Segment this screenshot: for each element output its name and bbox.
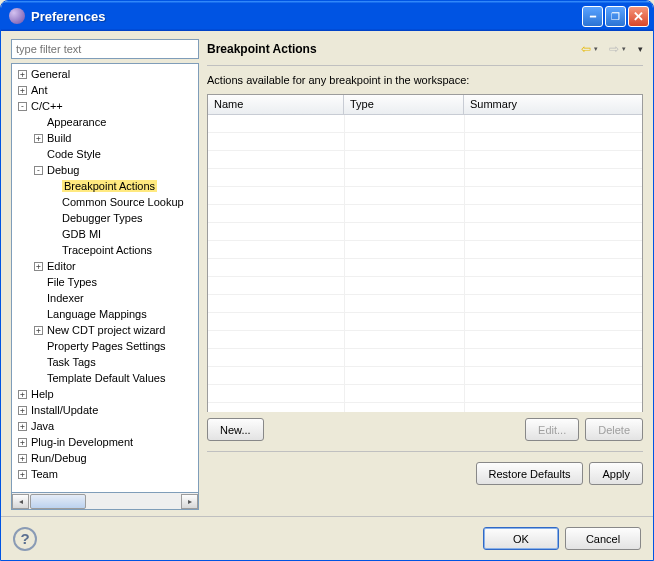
expand-icon[interactable]: +	[34, 326, 43, 335]
maximize-button[interactable]: ❐	[605, 6, 626, 27]
actions-table[interactable]: Name Type Summary	[207, 94, 643, 412]
tree-item[interactable]: Property Pages Settings	[12, 338, 198, 354]
page-description: Actions available for any breakpoint in …	[207, 74, 643, 86]
tree-item[interactable]: Appearance	[12, 114, 198, 130]
tree-item-label: New CDT project wizard	[47, 324, 165, 336]
expand-icon[interactable]: +	[18, 454, 27, 463]
tree-item[interactable]: GDB MI	[12, 226, 198, 242]
tree-item[interactable]: +Team	[12, 466, 198, 482]
tree-item[interactable]: Code Style	[12, 146, 198, 162]
expand-icon[interactable]: +	[18, 86, 27, 95]
tree-item-label: Ant	[31, 84, 48, 96]
new-button[interactable]: New...	[207, 418, 264, 441]
expand-icon[interactable]: +	[34, 134, 43, 143]
tree-item-label: Common Source Lookup	[62, 196, 184, 208]
back-icon[interactable]: ⇦	[578, 41, 594, 57]
tree-item-label: Appearance	[47, 116, 106, 128]
tree-item-label: Java	[31, 420, 54, 432]
preferences-tree[interactable]: +General+Ant-C/C++Appearance+BuildCode S…	[11, 63, 199, 493]
page-title: Breakpoint Actions	[207, 42, 578, 56]
tree-item-label: General	[31, 68, 70, 80]
forward-dropdown[interactable]: ▾	[622, 45, 630, 53]
tree-item[interactable]: +Install/Update	[12, 402, 198, 418]
tree-item[interactable]: Task Tags	[12, 354, 198, 370]
view-menu-icon[interactable]: ▾	[634, 44, 643, 54]
tree-item[interactable]: +Plug-in Development	[12, 434, 198, 450]
expand-icon[interactable]: +	[18, 390, 27, 399]
tree-item[interactable]: +Run/Debug	[12, 450, 198, 466]
horizontal-scrollbar[interactable]: ◂ ▸	[11, 493, 199, 510]
app-icon	[9, 8, 25, 24]
expand-icon[interactable]: +	[18, 406, 27, 415]
tree-item[interactable]: Tracepoint Actions	[12, 242, 198, 258]
apply-button[interactable]: Apply	[589, 462, 643, 485]
column-header-type[interactable]: Type	[344, 95, 464, 114]
tree-item[interactable]: +Build	[12, 130, 198, 146]
tree-item[interactable]: File Types	[12, 274, 198, 290]
back-dropdown[interactable]: ▾	[594, 45, 602, 53]
close-button[interactable]: ✕	[628, 6, 649, 27]
tree-item[interactable]: Template Default Values	[12, 370, 198, 386]
tree-item-label: Help	[31, 388, 54, 400]
column-header-summary[interactable]: Summary	[464, 95, 642, 114]
tree-item[interactable]: Breakpoint Actions	[12, 178, 198, 194]
tree-item[interactable]: Debugger Types	[12, 210, 198, 226]
tree-item-label: Task Tags	[47, 356, 96, 368]
tree-item-label: Run/Debug	[31, 452, 87, 464]
tree-item[interactable]: +Help	[12, 386, 198, 402]
tree-item[interactable]: +Ant	[12, 82, 198, 98]
minimize-button[interactable]: ━	[582, 6, 603, 27]
ok-button[interactable]: OK	[483, 527, 559, 550]
delete-button: Delete	[585, 418, 643, 441]
tree-item[interactable]: -Debug	[12, 162, 198, 178]
help-icon[interactable]: ?	[13, 527, 37, 551]
preferences-page: Breakpoint Actions ⇦ ▾ ⇨ ▾ ▾ Actions ava…	[207, 39, 643, 510]
expand-icon[interactable]: +	[18, 422, 27, 431]
forward-icon: ⇨	[606, 41, 622, 57]
tree-item[interactable]: +New CDT project wizard	[12, 322, 198, 338]
tree-item-label: GDB MI	[62, 228, 101, 240]
expand-icon[interactable]: +	[18, 470, 27, 479]
tree-item-label: Debugger Types	[62, 212, 143, 224]
tree-item-label: Team	[31, 468, 58, 480]
scroll-right-button[interactable]: ▸	[181, 494, 198, 509]
scroll-left-button[interactable]: ◂	[12, 494, 29, 509]
navigation-pane: +General+Ant-C/C++Appearance+BuildCode S…	[11, 39, 199, 510]
tree-item-label: Code Style	[47, 148, 101, 160]
preferences-window: Preferences ━ ❐ ✕ +General+Ant-C/C++Appe…	[0, 0, 654, 561]
tree-item-label: Build	[47, 132, 71, 144]
scroll-thumb[interactable]	[30, 494, 86, 509]
tree-item-label: Language Mappings	[47, 308, 147, 320]
table-body[interactable]	[208, 115, 642, 412]
column-header-name[interactable]: Name	[208, 95, 344, 114]
edit-button: Edit...	[525, 418, 579, 441]
tree-item-label: Tracepoint Actions	[62, 244, 152, 256]
filter-input[interactable]	[11, 39, 199, 59]
tree-item-label: Editor	[47, 260, 76, 272]
tree-item-label: C/C++	[31, 100, 63, 112]
tree-item[interactable]: +General	[12, 66, 198, 82]
tree-item-label: Property Pages Settings	[47, 340, 166, 352]
collapse-icon[interactable]: -	[18, 102, 27, 111]
tree-item[interactable]: Indexer	[12, 290, 198, 306]
cancel-button[interactable]: Cancel	[565, 527, 641, 550]
tree-item-label: Plug-in Development	[31, 436, 133, 448]
collapse-icon[interactable]: -	[34, 166, 43, 175]
restore-defaults-button[interactable]: Restore Defaults	[476, 462, 584, 485]
expand-icon[interactable]: +	[34, 262, 43, 271]
tree-item[interactable]: +Editor	[12, 258, 198, 274]
window-title: Preferences	[31, 9, 582, 24]
tree-item-label: Template Default Values	[47, 372, 165, 384]
expand-icon[interactable]: +	[18, 438, 27, 447]
tree-item-label: Install/Update	[31, 404, 98, 416]
tree-item-label: Debug	[47, 164, 79, 176]
tree-item-label: File Types	[47, 276, 97, 288]
tree-item[interactable]: Common Source Lookup	[12, 194, 198, 210]
tree-item[interactable]: -C/C++	[12, 98, 198, 114]
tree-item[interactable]: Language Mappings	[12, 306, 198, 322]
expand-icon[interactable]: +	[18, 70, 27, 79]
titlebar[interactable]: Preferences ━ ❐ ✕	[1, 1, 653, 31]
tree-item[interactable]: +Java	[12, 418, 198, 434]
tree-item-label: Breakpoint Actions	[62, 180, 157, 192]
tree-item-label: Indexer	[47, 292, 84, 304]
